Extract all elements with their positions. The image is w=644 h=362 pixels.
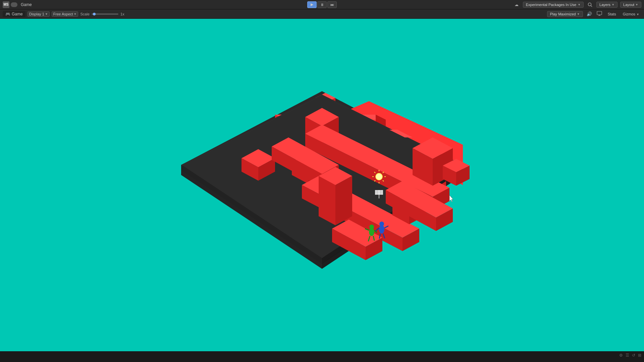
- scale-slider[interactable]: [92, 13, 118, 15]
- svg-point-75: [379, 222, 384, 226]
- status-icon-3[interactable]: ↺: [632, 353, 635, 358]
- scale-dot: [93, 13, 96, 15]
- toolbar-left: 🎮 Game Display 1 ▼ Free Aspect ▼ Scale 1…: [3, 11, 124, 17]
- audio-icon[interactable]: 🔊: [586, 11, 593, 16]
- aspect-select[interactable]: Free Aspect ▼: [52, 11, 78, 17]
- svg-point-69: [369, 225, 374, 229]
- display-chevron: ▼: [45, 12, 48, 16]
- scale-value: 1x: [120, 12, 124, 16]
- exp-packages-button[interactable]: Experimental Packages In Use ▼: [523, 2, 584, 8]
- svg-rect-2: [597, 11, 602, 15]
- svg-rect-90: [375, 190, 383, 195]
- status-icon-1[interactable]: ⚙: [619, 353, 623, 358]
- aspect-chevron: ▼: [74, 12, 77, 16]
- game-tab-label: Game: [12, 12, 23, 16]
- layout-button[interactable]: Layout ▼: [620, 2, 641, 8]
- playback-controls: ▶ ⏸ ⏭: [307, 1, 337, 8]
- status-icon-2[interactable]: ☰: [626, 353, 629, 358]
- exp-packages-chevron: ▼: [578, 3, 581, 6]
- game-tab-icon: 🎮: [5, 12, 10, 16]
- secondary-toolbar: 🎮 Game Display 1 ▼ Free Aspect ▼ Scale 1…: [0, 9, 644, 19]
- search-icon[interactable]: [586, 1, 594, 8]
- game-tab[interactable]: 🎮 Game: [3, 11, 25, 17]
- layers-chevron: ▼: [611, 3, 614, 6]
- collab-icon[interactable]: ☁: [513, 1, 520, 8]
- status-icon-4[interactable]: ⊞: [638, 353, 641, 358]
- cloud-icon: [11, 2, 17, 7]
- game-scene: [171, 81, 473, 269]
- game-viewport[interactable]: [0, 19, 644, 351]
- gizmos-button[interactable]: Gizmos ▼: [621, 11, 641, 17]
- svg-line-1: [591, 5, 592, 7]
- mouse-cursor: [449, 195, 453, 202]
- step-button[interactable]: ⏭: [327, 1, 337, 8]
- ms-logo: MS: [3, 1, 9, 8]
- top-menu-right: ☁ Experimental Packages In Use ▼ Layers …: [513, 1, 641, 8]
- play-button[interactable]: ▶: [307, 1, 317, 8]
- main-scene: [171, 81, 473, 269]
- status-bar: ⚙ ☰ ↺ ⊞: [0, 351, 644, 359]
- stats-button[interactable]: Stats: [606, 11, 618, 17]
- play-maximized-chevron: ▼: [577, 12, 580, 16]
- display-select[interactable]: Display 1 ▼: [28, 11, 50, 17]
- play-maximized-button[interactable]: Play Maximized ▼: [547, 11, 583, 17]
- svg-point-80: [376, 173, 382, 180]
- top-menubar: MS Game ▶ ⏸ ⏭ ☁ Experimental Packages In…: [0, 0, 644, 9]
- pause-button[interactable]: ⏸: [317, 1, 327, 8]
- center-v-bar: [319, 167, 352, 225]
- gizmos-chevron: ▼: [636, 13, 639, 16]
- menu-item-game[interactable]: Game: [19, 2, 34, 8]
- svg-marker-94: [449, 195, 453, 202]
- layout-chevron: ▼: [635, 3, 638, 6]
- svg-point-0: [588, 3, 591, 6]
- scale-label: Scale: [80, 12, 90, 16]
- menu-left: MS Game: [3, 1, 34, 8]
- toolbar-right: Play Maximized ▼ 🔊 Stats Gizmos ▼: [547, 11, 641, 17]
- layers-button[interactable]: Layers ▼: [596, 2, 618, 8]
- display-icon[interactable]: [596, 11, 603, 17]
